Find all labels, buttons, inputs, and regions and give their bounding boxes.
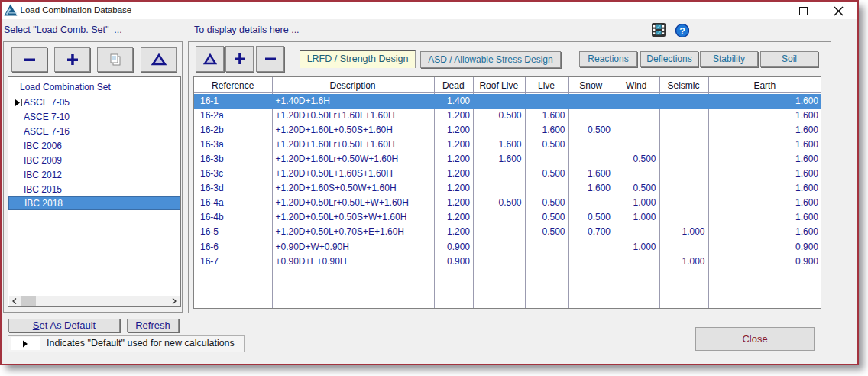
svg-text:?: ? [679,26,685,37]
